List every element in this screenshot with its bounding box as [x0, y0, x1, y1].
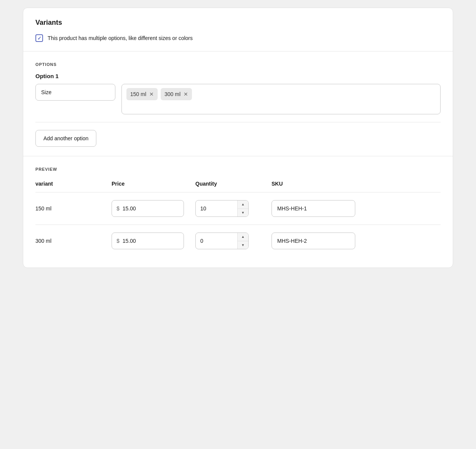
option-1-row: 150 ml ✕ 300 ml ✕: [35, 84, 441, 114]
multiple-options-checkbox[interactable]: ✓: [35, 34, 43, 42]
qty-spin-down-1[interactable]: ▼: [238, 241, 248, 249]
price-input-0[interactable]: [123, 205, 179, 212]
preview-table-row: 300 ml $ ▲ ▼: [35, 225, 441, 257]
checkbox-check-icon: ✓: [37, 36, 42, 41]
page-container: Variants ✓ This product has multiple opt…: [23, 8, 453, 268]
tag-300ml: 300 ml ✕: [161, 88, 192, 100]
variants-header: Variants ✓ This product has multiple opt…: [23, 8, 453, 51]
options-divider: [35, 122, 441, 122]
qty-spin-up-1[interactable]: ▲: [238, 233, 248, 241]
sku-input-1[interactable]: [272, 233, 355, 249]
qty-spinners-1: ▲ ▼: [237, 233, 248, 249]
qty-wrapper-1: ▲ ▼: [195, 233, 249, 249]
qty-spin-down-0[interactable]: ▼: [238, 209, 248, 217]
variants-card: Variants ✓ This product has multiple opt…: [23, 8, 453, 268]
checkbox-row: ✓ This product has multiple options, lik…: [35, 34, 441, 42]
checkbox-label: This product has multiple options, like …: [48, 35, 193, 41]
price-symbol-0: $: [117, 205, 120, 212]
col-header-variant: variant: [35, 181, 112, 192]
col-header-price: Price: [112, 181, 195, 192]
sku-input-0[interactable]: [272, 200, 355, 217]
price-input-wrapper-1: $: [112, 233, 184, 249]
preview-table-header-row: variant Price Quantity SKU: [35, 181, 441, 192]
tag-150ml-remove[interactable]: ✕: [149, 91, 154, 97]
preview-section: PREVIEW variant Price Quantity SKU 150 m…: [23, 156, 453, 268]
option-1-values-container[interactable]: 150 ml ✕ 300 ml ✕: [121, 84, 441, 114]
options-section: OPTIONS Option 1 150 ml ✕ 300 ml ✕: [23, 51, 453, 156]
qty-input-1[interactable]: [196, 233, 237, 249]
col-header-sku: SKU: [272, 181, 441, 192]
tag-300ml-remove[interactable]: ✕: [184, 91, 188, 97]
variant-name-1: 300 ml: [35, 238, 51, 244]
price-input-1[interactable]: [123, 238, 179, 244]
qty-wrapper-0: ▲ ▼: [195, 200, 249, 217]
option-1-group: Option 1 150 ml ✕ 300 ml ✕: [35, 73, 441, 114]
qty-spin-up-0[interactable]: ▲: [238, 200, 248, 209]
add-another-option-button[interactable]: Add another option: [35, 130, 96, 147]
preview-table-row: 150 ml $ ▲ ▼: [35, 192, 441, 225]
option-1-title: Option 1: [35, 73, 441, 79]
tag-150ml-label: 150 ml: [130, 91, 146, 97]
variant-name-0: 150 ml: [35, 205, 51, 212]
price-input-wrapper-0: $: [112, 200, 184, 217]
tag-150ml: 150 ml ✕: [126, 88, 158, 100]
variants-title: Variants: [35, 19, 441, 27]
options-section-label: OPTIONS: [35, 62, 441, 67]
qty-input-0[interactable]: [196, 200, 237, 216]
preview-table: variant Price Quantity SKU 150 ml $: [35, 181, 441, 257]
qty-spinners-0: ▲ ▼: [237, 200, 248, 216]
option-1-name-input[interactable]: [35, 84, 115, 101]
preview-section-label: PREVIEW: [35, 167, 441, 172]
price-symbol-1: $: [117, 238, 120, 244]
tag-300ml-label: 300 ml: [165, 91, 180, 97]
col-header-quantity: Quantity: [195, 181, 272, 192]
